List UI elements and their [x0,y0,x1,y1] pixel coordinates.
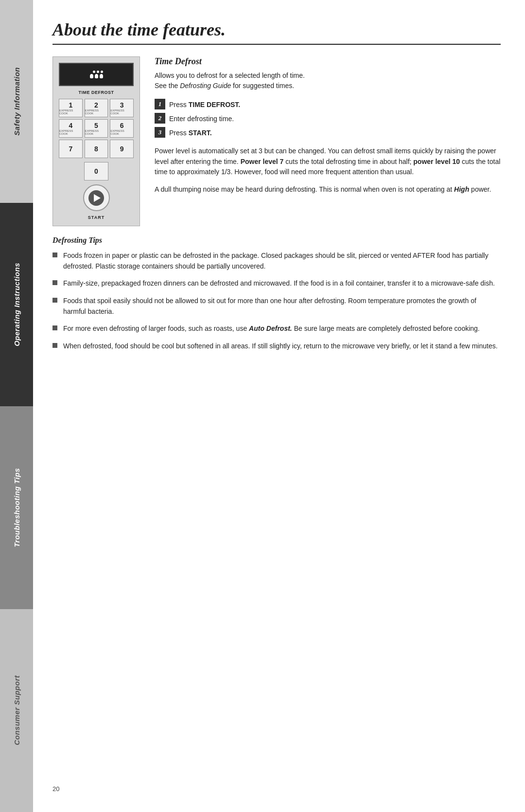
body-para-2: A dull thumping noise may be heard durin… [155,184,501,195]
start-inner [88,190,104,206]
step-1-num: 1 [155,99,165,109]
tip-text-2: Family-size, prepackaged frozen dinners … [63,278,495,289]
sidebar-section-consumer[interactable]: Consumer Support [0,609,33,812]
key-5[interactable]: 5 EXPRESS COOK [85,119,108,138]
body-para-1: Power level is automatically set at 3 bu… [155,146,501,178]
dot-1 [93,71,95,73]
sidebar-label-troubleshooting: Troubleshooting Tips [13,468,21,547]
step-3-num: 3 [155,127,165,138]
tip-text-5: When defrosted, food should be cool but … [63,341,498,352]
page-title: About the time features. [52,19,501,40]
top-section: TIME DEFROST 1 EXPRESS COOK 2 EXPRESS CO… [52,56,501,226]
flame-1 [90,74,93,78]
info-content: Time Defrost Allows you to defrost for a… [155,56,501,226]
steps-container: 1 Press TIME DEFROST. 2 Enter defrosting… [155,99,501,138]
tip-bullet-4 [52,325,57,330]
intro-text: Allows you to defrost for a selected len… [155,71,501,91]
tip-item-4: For more even defrosting of larger foods… [52,324,501,334]
step-2-row: 2 Enter defrosting time. [155,113,501,124]
step-3-text: Press START. [169,127,212,138]
tip-bullet-1 [52,253,57,257]
start-label: START [88,215,105,220]
step-2-num: 2 [155,113,165,124]
zero-row: 0 [59,162,134,180]
tip-item-5: When defrosted, food should be cool but … [52,341,501,352]
tip-text-4: For more even defrosting of larger foods… [63,324,480,334]
sidebar-section-troubleshooting[interactable]: Troubleshooting Tips [0,406,33,609]
keypad-display [59,63,134,86]
tip-bullet-3 [52,298,57,303]
keypad: TIME DEFROST 1 EXPRESS COOK 2 EXPRESS CO… [52,56,140,226]
sidebar-label-operating: Operating Instructions [13,263,21,346]
tip-item-3: Foods that spoil easily should not be al… [52,296,501,317]
key-6[interactable]: 6 EXPRESS COOK [110,119,134,138]
sidebar-section-safety[interactable]: Safety Information [0,0,33,203]
sidebar: Safety Information Operating Instruction… [0,0,33,812]
intro-line1: Allows you to defrost for a selected len… [155,72,305,79]
step-1-row: 1 Press TIME DEFROST. [155,99,501,110]
tip-text-3: Foods that spoil easily should not be al… [63,296,501,317]
sidebar-label-safety: Safety Information [13,67,21,136]
title-underline [52,44,501,45]
step-2-text: Enter defrosting time. [169,113,234,124]
display-dots [90,71,103,78]
key-1[interactable]: 1 EXPRESS COOK [59,99,83,117]
key-8[interactable]: 8 [85,140,108,158]
time-defrost-title: Time Defrost [155,56,501,67]
tip-bullet-5 [52,343,57,348]
start-button[interactable] [83,184,110,211]
key-7[interactable]: 7 [59,140,83,158]
page-number: 20 [52,777,501,793]
tip-bullet-2 [52,280,57,285]
key-3[interactable]: 3 EXPRESS COOK [110,99,134,117]
key-9[interactable]: 9 [110,140,134,158]
dot-2 [97,71,99,73]
tip-text-1: Foods frozen in paper or plastic can be … [63,251,501,271]
flame-3 [100,74,103,78]
key-2[interactable]: 2 EXPRESS COOK [85,99,108,117]
sidebar-section-operating[interactable]: Operating Instructions [0,203,33,406]
dot-3 [101,71,103,73]
tip-item-2: Family-size, prepackaged frozen dinners … [52,278,501,289]
start-play-icon [94,194,101,202]
keypad-label: TIME DEFROST [79,90,114,95]
defrosting-tips-title: Defrosting Tips [52,236,501,245]
step-1-text: Press TIME DEFROST. [169,99,240,110]
key-0[interactable]: 0 [84,162,109,180]
keypad-grid: 1 EXPRESS COOK 2 EXPRESS COOK 3 EXPRESS … [59,99,134,158]
key-4[interactable]: 4 EXPRESS COOK [59,119,83,138]
step-3-row: 3 Press START. [155,127,501,138]
flame-2 [95,74,98,78]
tip-item-1: Foods frozen in paper or plastic can be … [52,251,501,271]
sidebar-label-consumer: Consumer Support [13,675,21,745]
main-content: About the time features. [33,0,525,812]
defrosting-tips-section: Defrosting Tips Foods frozen in paper or… [52,236,501,359]
